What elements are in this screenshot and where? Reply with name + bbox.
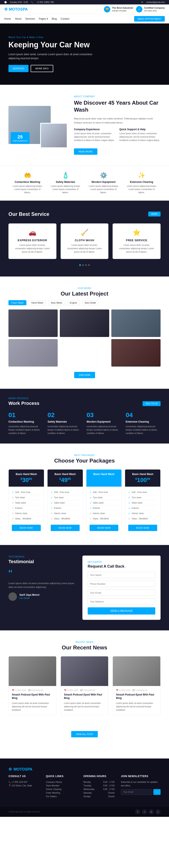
package-3-book-button[interactable]: BOOK NOW — [90, 525, 119, 531]
pkg3-feature-5: ✗Interior clean — [90, 511, 119, 516]
filter-detail[interactable]: Auto Detile — [82, 300, 99, 305]
hours-row: Monday9:00 - 17:00 — [83, 780, 114, 784]
nav-contact[interactable]: Contact — [61, 17, 69, 20]
footer-top: ⚙ MOTOSPA Consult Us 📞 +1 555 1234 567 📍… — [0, 758, 169, 807]
pkg2-feature-3: ✓Sales wash — [51, 500, 80, 506]
news-viewall-button[interactable]: VIEW ALL POST — [71, 731, 98, 737]
package-2-body: ✓Soft - Free rinse ✓Tyre clean ✓Sales wa… — [47, 487, 83, 534]
callback-submit-button[interactable]: SEND A MESSAGE — [88, 607, 155, 615]
appointment-button[interactable]: MAKE APPOINTMENT — [134, 16, 165, 22]
callback-phone-field — [88, 581, 155, 587]
logo-icon: ⚙ — [4, 7, 8, 12]
logo: ⚙ MOTOSPA — [4, 7, 28, 12]
about-columns: Company Experience Lorem ipsum dolor sit… — [74, 128, 161, 145]
nav-about[interactable]: About — [15, 17, 21, 20]
callback-email-field — [88, 590, 155, 596]
callback-email-input[interactable] — [88, 590, 155, 596]
nav-blog[interactable]: Blog — [52, 17, 57, 20]
quote-mark: " — [8, 569, 76, 579]
package-3-header: Basic Hand Wash $5999 — [87, 469, 122, 487]
callback-name-input[interactable] — [88, 572, 155, 578]
pkg2-feature-2: ✓Tyre clean — [51, 495, 80, 500]
schedule-text: Sunday 9:00 - 5:00 — [10, 1, 28, 3]
service-free-desc: Lorem ipsum dolor sit amet, consectetur … — [118, 244, 155, 254]
filter-auto[interactable]: Auto Wash — [48, 300, 65, 305]
hero-services-button[interactable]: SERVICES — [8, 65, 29, 72]
testimonial-section: Testimonial Testimonial " Lorem ipsum do… — [0, 545, 169, 630]
nav-pages[interactable]: Pages ▾ — [39, 17, 48, 20]
author-info: Sarif Jaya Monvi Car Owner — [20, 593, 39, 599]
work-process-cta-button[interactable]: TALK TO US — [143, 401, 161, 406]
pkg2-feature-4: ✗Exterior — [51, 506, 80, 511]
work-process-sub: Work Process — [8, 397, 39, 400]
package-1-book-button[interactable]: BOOK NOW — [12, 525, 41, 531]
badge-certified-icon: ✓ — [136, 6, 142, 12]
nav-services[interactable]: Services — [25, 17, 35, 20]
twitter-icon[interactable]: t — [142, 809, 147, 814]
pkg4-feature-2: ✓Tyre clean — [128, 495, 157, 500]
filter-engine[interactable]: Engine — [67, 300, 80, 305]
linkedin-icon[interactable]: in — [149, 809, 154, 814]
feature-cleaning-title: Extensive Cleaning — [126, 181, 157, 184]
newsletter-email-input[interactable] — [121, 789, 152, 795]
pkg3-feature-6: ✗Glass - Windfield — [90, 516, 119, 522]
hours-row: Wednesday9:00 - 17:00 — [83, 787, 114, 791]
callback-form: Get A Quote Request A Call Back SEND A M… — [82, 556, 161, 620]
pkg4-feature-3: ✓Sales wash — [128, 500, 157, 506]
pkg1-feature-3: ✗Sales wash — [12, 500, 41, 506]
dot-4[interactable] — [88, 264, 90, 266]
dot-1[interactable] — [79, 264, 81, 266]
step-3-desc: consectetur adipiscing eiusmod tempor in… — [87, 425, 122, 435]
newsletter-submit-button[interactable]: → — [154, 789, 161, 795]
package-1-title: Basic Hand Wash — [12, 473, 41, 476]
logo-text: MOTOSPA — [9, 7, 28, 12]
news-section: Recent News Our Recent News 📅 21 DEC 202… — [0, 630, 169, 759]
news-card-1: 📅 21 DEC 2020 💬 Comments (0) Smash Podca… — [8, 656, 57, 715]
step-2-num: 02 — [47, 411, 82, 418]
process-steps: 01 Contactless Washing consectetur adipi… — [8, 411, 161, 435]
package-2-header: Basic Hand Wash $4999 — [47, 469, 83, 487]
news-comments-1: 💬 Comments (0) — [28, 689, 43, 691]
projects-title-block: Our Work Our Latest Project — [8, 287, 161, 297]
package-4-header: Basic Hand Wash $10000 — [125, 469, 160, 487]
package-4-book-button[interactable]: BOOK NOW — [128, 525, 157, 531]
hero-moreinfo-button[interactable]: MORE INFO — [31, 65, 53, 72]
process-step-2: 02 Safety Materials consectetur adipisci… — [47, 411, 82, 435]
services-title: Our Best Service — [8, 211, 49, 217]
step-1-num: 01 — [8, 411, 43, 418]
services-more-button[interactable]: MORE — [148, 212, 161, 216]
news-desc-2: Lorem ipsum dolor sit amet consectetur a… — [64, 702, 105, 712]
about-description: Maecenas porta dolor vitae nisi mattis h… — [74, 117, 161, 125]
footer-social: f t in y — [135, 809, 161, 814]
author-name: Sarif Jaya Monvi — [20, 593, 39, 596]
hero-buttons: SERVICES MORE INFO — [8, 65, 161, 72]
nav-home[interactable]: Home — [4, 17, 11, 20]
express-icon: 🚗 — [14, 229, 51, 236]
callback-address-input[interactable] — [88, 598, 155, 605]
youtube-icon[interactable]: y — [156, 809, 161, 814]
news-img-3 — [113, 656, 160, 686]
about-col-support: Quick Support & Help Lorem ipsum dolor s… — [120, 128, 161, 145]
experience-badge: 25 Years Experience — [10, 132, 30, 144]
package-2-book-button[interactable]: BOOK NOW — [51, 525, 80, 531]
package-4-features: ✓Soft - Free rinse ✓Tyre clean ✓Sales wa… — [128, 490, 157, 522]
callback-phone-input[interactable] — [88, 581, 155, 587]
dot-3[interactable] — [85, 264, 87, 266]
news-comments-3: 💬 Comments (0) — [132, 689, 147, 691]
filter-hand[interactable]: Hand Wash — [29, 300, 46, 305]
phone-text: +1 652 14852 789 — [37, 1, 54, 3]
facebook-icon[interactable]: f — [135, 809, 140, 814]
dot-2[interactable] — [82, 264, 84, 266]
filter-foam[interactable]: Foam Wash — [8, 300, 26, 305]
about-readmore-button[interactable]: READ MORE — [74, 148, 97, 155]
projects-viewall-button[interactable]: JOIN NOW — [74, 372, 95, 378]
package-3-price: $5999 — [90, 477, 119, 484]
step-2-desc: consectetur adipiscing eiusmod tempor in… — [47, 425, 82, 435]
about-images: 25 Years Experience — [8, 106, 68, 144]
news-grid: 📅 21 DEC 2020 💬 Comments (0) Smash Podca… — [8, 656, 161, 715]
news-body-3: 📅 21 DEC 2020 💬 Comments (0) Smash Podca… — [113, 686, 160, 715]
news-title: Our Recent News — [8, 644, 161, 651]
footer-col-hours: Opening Hours Monday9:00 - 17:00Tuesday9… — [83, 775, 114, 798]
about-sub: About Company — [74, 95, 161, 98]
testimonial-author: Sarif Jaya Monvi Car Owner — [8, 592, 76, 601]
